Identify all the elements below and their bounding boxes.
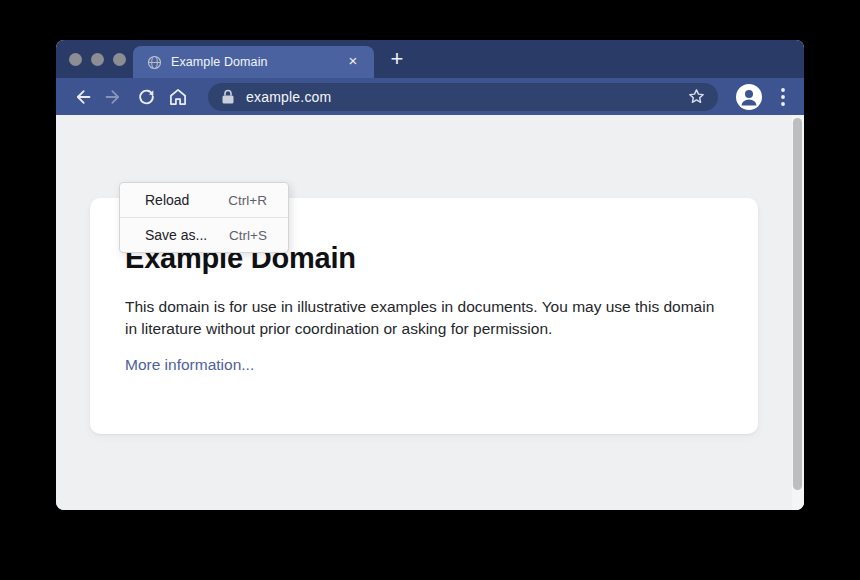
browser-tab[interactable]: Example Domain × xyxy=(133,46,374,78)
menu-item-shortcut: Ctrl+R xyxy=(228,193,267,208)
menu-item-save-as[interactable]: Save as... Ctrl+S xyxy=(120,218,288,252)
forward-button[interactable] xyxy=(102,85,126,109)
browser-menu-button[interactable] xyxy=(774,85,792,109)
avatar-icon xyxy=(736,84,762,110)
reload-button[interactable] xyxy=(134,85,158,109)
scrollbar-track[interactable] xyxy=(792,115,804,510)
profile-button[interactable] xyxy=(736,84,762,110)
more-information-link[interactable]: More information... xyxy=(125,356,254,374)
home-button[interactable] xyxy=(166,85,190,109)
url-text[interactable]: example.com xyxy=(246,89,687,105)
page-paragraph: This domain is for use in illustrative e… xyxy=(125,296,715,340)
lock-icon xyxy=(221,89,235,105)
address-bar[interactable]: example.com xyxy=(208,83,718,111)
window-controls xyxy=(69,53,126,66)
back-button[interactable] xyxy=(70,85,94,109)
scrollbar-thumb[interactable] xyxy=(793,118,802,490)
globe-icon xyxy=(147,55,162,70)
menu-item-reload[interactable]: Reload Ctrl+R xyxy=(120,183,288,217)
reload-icon xyxy=(137,87,156,106)
browser-window: Example Domain × + xyxy=(56,40,804,510)
page-viewport: Example Domain This domain is for use in… xyxy=(56,115,804,510)
forward-arrow-icon xyxy=(104,87,124,107)
menu-item-shortcut: Ctrl+S xyxy=(229,228,267,243)
navigation-toolbar: example.com xyxy=(56,78,804,115)
tab-title: Example Domain xyxy=(171,55,268,69)
vertical-dots-icon xyxy=(781,88,785,106)
context-menu: Reload Ctrl+R Save as... Ctrl+S xyxy=(119,182,289,253)
menu-item-label: Save as... xyxy=(145,227,207,243)
star-icon[interactable] xyxy=(687,87,706,106)
home-icon xyxy=(168,87,188,107)
close-window-button[interactable] xyxy=(69,53,82,66)
minimize-window-button[interactable] xyxy=(91,53,104,66)
new-tab-button[interactable]: + xyxy=(384,46,410,72)
menu-item-label: Reload xyxy=(145,192,189,208)
back-arrow-icon xyxy=(72,87,92,107)
tab-close-icon[interactable]: × xyxy=(344,53,362,71)
zoom-window-button[interactable] xyxy=(113,53,126,66)
titlebar: Example Domain × + xyxy=(56,40,804,78)
